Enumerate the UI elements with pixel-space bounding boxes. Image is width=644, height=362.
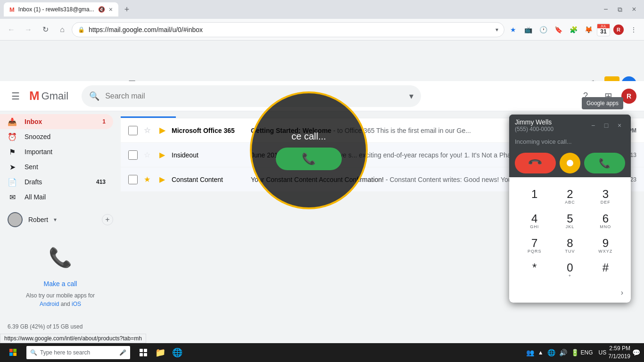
notification-button[interactable]: 💬 bbox=[632, 349, 640, 356]
start-button[interactable] bbox=[4, 343, 23, 362]
cast-icon[interactable]: 📺 bbox=[521, 23, 535, 36]
clock-area[interactable]: 2:59 PM 7/1/2019 bbox=[608, 345, 630, 361]
tray-up-icon[interactable]: ▲ bbox=[538, 349, 544, 356]
address-dropdown-icon[interactable]: ▾ bbox=[495, 26, 498, 33]
dialpad-key-2[interactable]: 2 ABC bbox=[552, 185, 587, 209]
dialpad-num-9: 9 bbox=[603, 238, 609, 249]
email-star-2[interactable]: ☆ bbox=[141, 150, 153, 159]
restore-button[interactable]: ⧉ bbox=[614, 3, 626, 16]
make-call-link[interactable]: Make a call bbox=[44, 280, 77, 288]
add-account-button[interactable]: + bbox=[102, 214, 113, 225]
file-explorer-button[interactable]: 📁 bbox=[153, 345, 168, 360]
android-link[interactable]: Android bbox=[40, 301, 59, 307]
call-restore-button[interactable]: □ bbox=[601, 120, 612, 131]
call-close-button[interactable]: × bbox=[614, 120, 625, 131]
accept-call-button[interactable]: 📞 bbox=[584, 153, 625, 173]
dialpad-key-4[interactable]: 4 GHI bbox=[517, 209, 552, 234]
dialpad-more[interactable]: › bbox=[509, 287, 631, 299]
sidebar-item-snoozed[interactable]: ⏰ Snoozed bbox=[0, 129, 113, 144]
taskbar-apps: 📁 🌐 bbox=[134, 345, 187, 360]
back-button[interactable]: ← bbox=[4, 22, 19, 37]
calendar-icon[interactable]: JUL 31 bbox=[597, 23, 610, 36]
svg-rect-3 bbox=[13, 353, 17, 356]
taskbar-search[interactable]: 🔍 Type here to search 🎤 bbox=[26, 346, 130, 359]
forward-button[interactable]: → bbox=[21, 22, 36, 37]
menu-icon[interactable]: ⋮ bbox=[627, 23, 640, 36]
gmail-m-icon: M bbox=[29, 89, 40, 103]
dialpad: 1 2 ABC 3 DEF 4 GHI 5 JKL bbox=[509, 177, 631, 303]
dialpad-key-5[interactable]: 5 JKL bbox=[552, 209, 587, 234]
search-input[interactable] bbox=[105, 92, 404, 100]
new-tab-button[interactable]: + bbox=[120, 3, 133, 16]
email-star-1[interactable]: ☆ bbox=[141, 126, 153, 135]
email-important-1: ▶ bbox=[157, 126, 168, 135]
close-window-button[interactable]: × bbox=[628, 3, 640, 16]
refresh-button[interactable]: ↻ bbox=[38, 22, 53, 37]
tray-people-icon[interactable]: 👥 bbox=[526, 349, 534, 356]
call-popup-header: Jimmy Wells (555) 400-0000 − □ × bbox=[509, 115, 631, 136]
account-avatar[interactable]: R bbox=[621, 89, 636, 104]
call-minimize-button[interactable]: − bbox=[587, 120, 599, 131]
sidebar-item-sent[interactable]: ➤ Sent bbox=[0, 159, 113, 174]
decline-call-button[interactable]: 📞 bbox=[515, 153, 556, 173]
dialpad-key-hash[interactable]: # bbox=[588, 258, 623, 283]
dialpad-key-3[interactable]: 3 DEF bbox=[588, 185, 623, 209]
call-action-buttons: 📞 📞 bbox=[509, 149, 631, 177]
drafts-label: Drafts bbox=[25, 178, 89, 186]
dialpad-key-1[interactable]: 1 bbox=[517, 185, 552, 209]
email-star-3[interactable]: ★ bbox=[141, 175, 153, 184]
sidebar-item-inbox[interactable]: 📥 Inbox 1 bbox=[0, 114, 113, 129]
dialpad-key-6[interactable]: 6 MNO bbox=[588, 209, 623, 234]
search-dropdown-icon[interactable]: ▾ bbox=[409, 91, 413, 101]
bookmark-star-icon[interactable]: ★ bbox=[506, 23, 520, 36]
sidebar-item-drafts[interactable]: 📄 Drafts 413 bbox=[0, 174, 113, 189]
tab-mute-icon[interactable]: 🔇 bbox=[98, 6, 105, 13]
sidebar-toggle-button[interactable]: ☰ bbox=[8, 87, 24, 106]
call-status: Incoming voice call... bbox=[509, 136, 631, 149]
overlay-call-button[interactable]: 📞 bbox=[276, 148, 342, 170]
email-checkbox-1[interactable] bbox=[128, 126, 138, 135]
dialpad-key-star[interactable]: * bbox=[517, 258, 552, 283]
email-checkbox-3[interactable] bbox=[128, 175, 138, 184]
search-bar[interactable]: 🔍 ▾ bbox=[82, 85, 421, 107]
bookmark-icon[interactable]: 🔖 bbox=[552, 23, 565, 36]
browser-tab[interactable]: M Inbox (1) - rewells318@gma... 🔇 × bbox=[4, 2, 118, 16]
minimize-button[interactable]: − bbox=[600, 3, 612, 16]
dialpad-key-8[interactable]: 8 TUV bbox=[552, 234, 587, 258]
dialpad-key-0[interactable]: 0 + bbox=[552, 258, 587, 283]
dialpad-key-7[interactable]: 7 PQRS bbox=[517, 234, 552, 258]
dialpad-num-6: 6 bbox=[603, 213, 609, 224]
sent-label: Sent bbox=[25, 163, 106, 171]
sidebar-item-allmail[interactable]: ✉ All Mail bbox=[0, 189, 113, 205]
address-bar[interactable]: 🔒 https://mail.google.com/mail/u/0/#inbo… bbox=[72, 22, 504, 37]
task-view-button[interactable] bbox=[136, 345, 151, 360]
user-section[interactable]: Robert ▾ + bbox=[0, 208, 121, 231]
dialpad-arrow-icon[interactable]: › bbox=[621, 288, 623, 297]
try-and-text: and bbox=[61, 301, 72, 307]
sidebar-item-important[interactable]: ⚑ Important bbox=[0, 144, 113, 159]
dialpad-key-9[interactable]: 9 WXYZ bbox=[588, 234, 623, 258]
email-sender-3: Constant Content bbox=[172, 176, 247, 183]
allmail-label: All Mail bbox=[25, 193, 106, 201]
extension2-icon[interactable]: 🦊 bbox=[582, 23, 595, 36]
ios-link[interactable]: iOS bbox=[72, 301, 81, 307]
hold-call-button[interactable] bbox=[560, 153, 580, 173]
dialpad-num-star: * bbox=[532, 262, 537, 273]
windows-logo-icon bbox=[9, 349, 17, 356]
taskbar-mic-icon[interactable]: 🎤 bbox=[119, 349, 126, 356]
lang-text: ENG bbox=[581, 349, 593, 356]
extension-icon[interactable]: 🧩 bbox=[567, 23, 580, 36]
home-button[interactable]: ⌂ bbox=[55, 22, 70, 37]
chrome-browser-button[interactable]: 🌐 bbox=[170, 345, 185, 360]
gmail-sidebar: ✚ Compose 📥 Inbox 1 ⏰ Snoozed ⚑ Importan… bbox=[0, 71, 121, 343]
history-icon[interactable]: 🕐 bbox=[537, 23, 550, 36]
nav-extras: ★ 📺 🕐 🔖 🧩 🦊 JUL 31 R ⋮ bbox=[506, 23, 640, 36]
taskbar-search-placeholder: Type here to search bbox=[40, 349, 90, 356]
important-icon: ⚑ bbox=[8, 148, 17, 156]
dialpad-sub-3: DEF bbox=[601, 200, 611, 206]
tab-close-icon[interactable]: × bbox=[109, 6, 113, 13]
svg-rect-2 bbox=[9, 353, 13, 356]
profile-icon[interactable]: R bbox=[612, 23, 625, 36]
important-label: Important bbox=[25, 148, 106, 156]
email-checkbox-2[interactable] bbox=[128, 150, 138, 160]
